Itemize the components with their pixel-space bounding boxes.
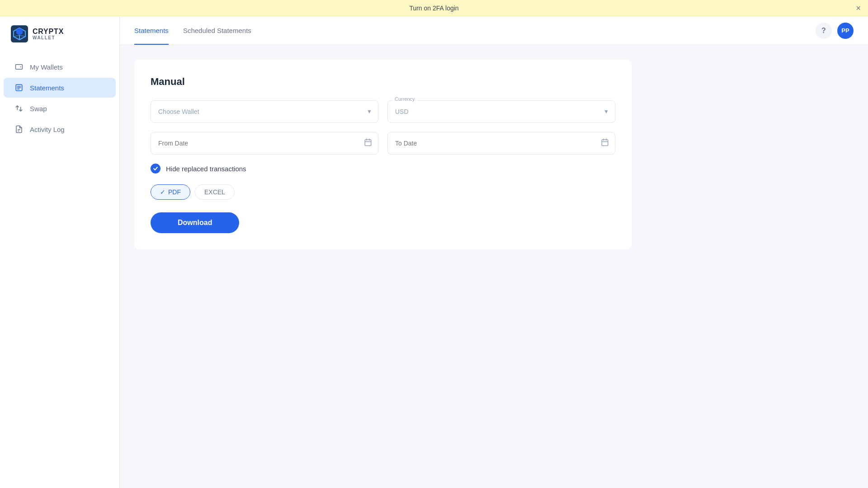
logo-text: CRYPTX WALLET bbox=[33, 28, 64, 41]
statements-icon bbox=[14, 83, 24, 92]
from-date-input[interactable] bbox=[151, 132, 378, 155]
format-row: ✓ PDF EXCEL bbox=[151, 184, 615, 200]
form-row-dates bbox=[151, 132, 615, 155]
page-content: Manual Choose Wallet ▼ Currency USD EUR bbox=[120, 45, 868, 488]
sidebar-item-label-wallets: My Wallets bbox=[30, 63, 63, 71]
checkmark-icon bbox=[153, 166, 158, 171]
logo-sub: WALLET bbox=[33, 35, 64, 40]
currency-label: Currency bbox=[393, 96, 417, 102]
wallet-field: Choose Wallet ▼ bbox=[151, 100, 378, 123]
format-excel-button[interactable]: EXCEL bbox=[195, 184, 235, 200]
swap-icon bbox=[14, 104, 24, 113]
sidebar-nav: My Wallets Statements bbox=[0, 56, 119, 140]
tab-statements[interactable]: Statements bbox=[134, 16, 169, 45]
to-date-field bbox=[387, 132, 615, 155]
format-pdf-button[interactable]: ✓ PDF bbox=[151, 184, 190, 200]
to-date-input[interactable] bbox=[387, 132, 615, 155]
sidebar-item-label-swap: Swap bbox=[30, 105, 47, 113]
sidebar-item-activity-log[interactable]: Activity Log bbox=[4, 119, 116, 139]
form-row-wallet-currency: Choose Wallet ▼ Currency USD EUR GBP ▼ bbox=[151, 100, 615, 123]
content-area: Statements Scheduled Statements ? PP Man… bbox=[120, 16, 868, 488]
tab-scheduled-statements[interactable]: Scheduled Statements bbox=[183, 16, 251, 45]
wallet-icon bbox=[14, 62, 24, 71]
pdf-label: PDF bbox=[168, 188, 181, 196]
top-header: Statements Scheduled Statements ? PP bbox=[120, 16, 868, 45]
top-banner: Turn on 2FA login × bbox=[0, 0, 868, 16]
sidebar-item-my-wallets[interactable]: My Wallets bbox=[4, 57, 116, 77]
logo: CRYPTX WALLET bbox=[0, 25, 119, 56]
card-title: Manual bbox=[151, 76, 615, 88]
logo-icon bbox=[11, 25, 28, 42]
help-button[interactable]: ? bbox=[816, 23, 832, 39]
sidebar-item-label-activity-log: Activity Log bbox=[30, 126, 65, 133]
sidebar: CRYPTX WALLET My Wallets bbox=[0, 16, 120, 488]
sidebar-item-swap[interactable]: Swap bbox=[4, 99, 116, 118]
tabs: Statements Scheduled Statements bbox=[134, 16, 251, 45]
header-actions: ? PP bbox=[816, 23, 854, 39]
banner-close-button[interactable]: × bbox=[856, 4, 861, 12]
sidebar-item-label-statements: Statements bbox=[30, 84, 64, 92]
sidebar-item-statements[interactable]: Statements bbox=[4, 78, 116, 98]
pdf-check-icon: ✓ bbox=[160, 188, 165, 196]
currency-select[interactable]: USD EUR GBP bbox=[387, 100, 615, 123]
banner-text: Turn on 2FA login bbox=[409, 5, 458, 12]
excel-label: EXCEL bbox=[204, 188, 225, 196]
hide-replaced-checkbox[interactable] bbox=[151, 164, 160, 174]
hide-replaced-label: Hide replaced transactions bbox=[166, 165, 246, 173]
currency-field: Currency USD EUR GBP ▼ bbox=[387, 100, 615, 123]
manual-card: Manual Choose Wallet ▼ Currency USD EUR bbox=[134, 60, 632, 249]
checkbox-row: Hide replaced transactions bbox=[151, 164, 615, 174]
activity-log-icon bbox=[14, 125, 24, 134]
avatar-button[interactable]: PP bbox=[837, 23, 854, 39]
logo-name: CRYPTX bbox=[33, 28, 64, 36]
download-button[interactable]: Download bbox=[151, 212, 239, 233]
wallet-select[interactable]: Choose Wallet bbox=[151, 100, 378, 123]
from-date-field bbox=[151, 132, 378, 155]
